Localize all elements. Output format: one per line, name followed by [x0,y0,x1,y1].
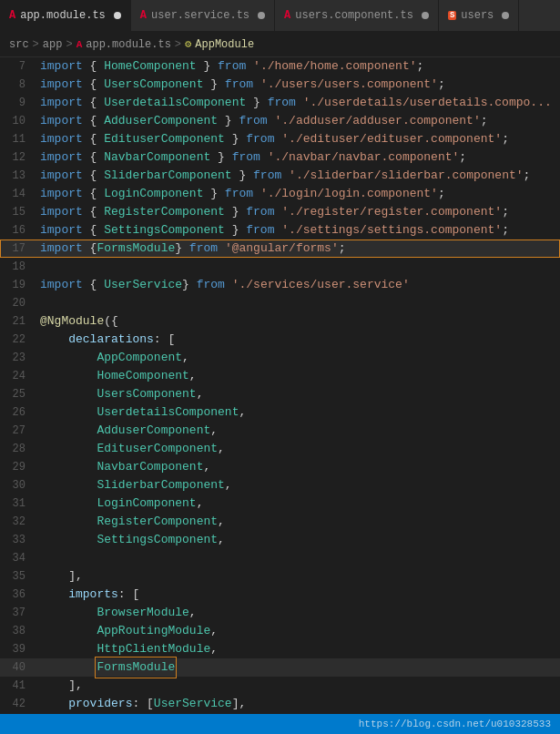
tab-user-service[interactable]: A user.service.ts [131,0,275,31]
tab-label: user.service.ts [151,9,249,22]
code-line: 15import { RegisterComponent } from './r… [0,203,560,221]
line-number: 39 [0,640,36,658]
token: , [218,442,225,455]
code-line: 21@NgModule({ [0,312,560,331]
breadcrumb-bar: src > app > A app.module.ts > ⚙ AppModul… [0,32,560,57]
line-content: import { UserService} from './services/u… [36,276,560,294]
token: { [83,278,104,291]
tab-users-component[interactable]: A users.component.ts [275,0,439,31]
token: ; [417,59,424,73]
token: SliderbarComponent [97,478,224,492]
line-content: import { RegisterComponent } from './reg… [36,203,560,221]
line-number: 15 [0,203,36,221]
token: AdduserComponent [97,423,210,437]
line-content: AppRoutingModule, [36,622,560,640]
token [40,369,97,382]
token: from [225,187,253,200]
breadcrumb-src[interactable]: src [9,38,29,51]
line-content: providers: [UserService], [36,695,560,713]
token: RegisterComponent [97,515,218,528]
code-line: 31 LoginComponent, [0,494,560,513]
line-number: 30 [0,476,36,494]
token: './edituser/edituser.component' [281,132,502,146]
breadcrumb-app[interactable]: app [43,38,63,51]
token: , [218,515,225,528]
angular-breadcrumb-icon: A [76,39,83,50]
token: from [239,114,267,127]
tab-users-html[interactable]: S users [439,0,519,31]
line-content: UserdetailsComponent, [36,403,560,422]
token: RegisterComponent [104,205,225,219]
token: ; [481,114,488,127]
token: , [210,624,218,637]
token: { [83,223,104,237]
token [40,387,97,401]
tab-label: app.module.ts [20,9,106,22]
token: { [83,168,104,182]
token: { [83,205,104,219]
line-number: 11 [0,130,36,148]
token [253,187,260,200]
token: { [83,150,104,164]
token: './sliderbar/sliderbar.component' [289,168,523,182]
token: import [40,59,83,73]
token: NavbarComponent [104,150,210,164]
token: HomeComponent [104,59,196,73]
line-number: 9 [0,94,36,112]
token: } [197,59,218,73]
code-line: 26 UserdetailsComponent, [0,403,560,422]
token: import [40,114,83,127]
breadcrumb-class: AppModule [195,38,254,51]
token: FormsModule [97,241,175,255]
token: , [182,351,189,364]
token [246,59,253,73]
code-line: 27 AdduserComponent, [0,422,560,440]
token [40,624,97,637]
token: ; [524,168,531,182]
token: import [40,223,83,237]
tab-label: users [461,9,494,22]
token: import [40,77,83,91]
angular-icon: A [9,9,15,22]
code-line: 20 [0,294,560,312]
angular-icon: A [284,9,290,22]
token: } [182,278,197,291]
token: ; [339,241,346,255]
code-line: 23 AppComponent, [0,349,560,367]
code-line: 40 FormsModule [0,658,560,677]
line-number: 18 [0,258,36,276]
tab-app-module[interactable]: A app.module.ts [0,0,131,31]
token: LoginComponent [104,187,203,200]
breadcrumb-file[interactable]: app.module.ts [86,38,171,51]
token: } [246,96,267,109]
tab-label: users.component.ts [295,9,413,22]
code-line: 9import { UserdetailsComponent } from '.… [0,94,560,112]
token: import [40,150,83,164]
token: from [197,278,225,291]
angular-icon: A [140,9,147,22]
token [40,423,97,437]
token: : [ [154,332,175,346]
line-number: 35 [0,567,36,586]
code-line: 10import { AdduserComponent } from './ad… [0,112,560,130]
token: from [268,96,296,109]
tab-close-dot [258,12,265,19]
token: @NgModule [40,314,104,328]
token: : [ [118,587,139,601]
line-number: 41 [0,677,36,695]
token: { [83,59,104,73]
line-content: SliderbarComponent, [36,476,560,494]
token: ; [502,205,509,219]
code-line: 11import { EdituserComponent } from './e… [0,130,560,148]
token: } [203,77,224,91]
line-number: 8 [0,76,36,94]
tab-close-dot3 [502,12,509,19]
token: } [225,132,246,146]
token: } [232,168,253,182]
line-content: BrowserModule, [36,604,560,622]
token: HttpClientModule [97,642,210,656]
token: from [246,132,274,146]
code-line: 19import { UserService} from './services… [0,276,560,294]
token: } [210,150,231,164]
code-line: 29 NavbarComponent, [0,458,560,476]
